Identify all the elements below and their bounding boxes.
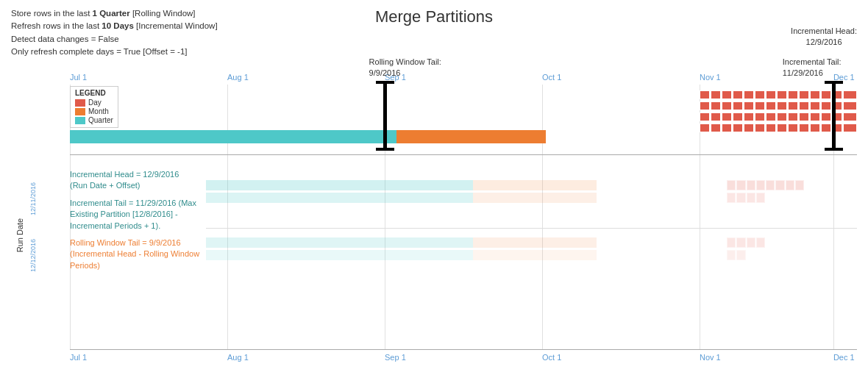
small-day-cell: [747, 180, 755, 190]
day-cell: [733, 124, 743, 132]
day-cell: [810, 90, 820, 99]
day-cell: [700, 90, 710, 99]
bar-month: [396, 130, 546, 143]
small-day-cell: [786, 180, 794, 190]
row1-day-cells: [727, 180, 857, 190]
baseline-bottom: [70, 349, 857, 350]
day-cell: [810, 112, 820, 121]
inc-head-annotation: Incremental Head: 12/9/2016: [791, 26, 857, 49]
day-cell: [744, 90, 754, 99]
day-cell: [711, 101, 721, 110]
info-suffix2: [Incremental Window]: [136, 21, 218, 30]
day-cell: [777, 124, 787, 132]
marker-dec1: [832, 81, 836, 151]
day-cell: [810, 101, 820, 110]
day-cell: [843, 124, 857, 132]
day-cell: [788, 101, 798, 110]
day-cell: [821, 112, 831, 121]
run-date-text: Run Date: [16, 218, 25, 252]
small-day-cell: [727, 237, 736, 248]
row2-day-cells2: [727, 250, 857, 260]
marker-dec1-top: [825, 81, 843, 84]
run-date-section: Run Date 12/11/2016 12/12/2016 Increment…: [11, 169, 857, 301]
day-cell: [722, 90, 732, 99]
chart-area: Jul 1 Aug 1 Sep 1 Oct 1 Nov 1 Dec 1 LEGE…: [11, 70, 857, 365]
day-cell: [700, 112, 710, 121]
info-suffix1: [Rolling Window]: [132, 9, 196, 18]
rolling-tail-annotation: Rolling Window Tail: 9/9/2016: [369, 57, 441, 79]
inc-head-label: Incremental Head:: [791, 26, 857, 37]
axis-bottom-nov: Nov 1: [700, 353, 721, 362]
info-line2: Refresh rows in the last 10 Days [Increm…: [11, 20, 218, 32]
marker-sep1: [383, 81, 387, 151]
day-cell: [722, 112, 732, 121]
day-cell: [788, 124, 798, 132]
small-day-cell: [736, 237, 745, 248]
day-cell: [777, 112, 787, 121]
info-line1: Store rows in the last 1 Quarter [Rollin…: [11, 7, 218, 20]
day-cell: [821, 90, 831, 99]
marker-dec1-bottom: [825, 148, 843, 151]
rolling-tail-date: 9/9/2016: [369, 68, 441, 79]
day-cell: [777, 90, 787, 99]
page-title: Merge Partitions: [375, 7, 493, 26]
axis-bottom-sep: Sep 1: [385, 353, 406, 362]
ann-rolling-tail: Rolling Window Tail = 9/9/2016 (Incremen…: [70, 237, 206, 271]
day-cell: [810, 124, 820, 132]
row1-day-cells2: [727, 193, 857, 203]
small-day-cell: [736, 193, 745, 203]
info-line3: Detect data changes = False: [11, 33, 218, 46]
day-cell: [755, 101, 765, 110]
day-cell: [711, 124, 721, 132]
axis-bottom-aug: Aug 1: [227, 353, 249, 362]
baseline: [70, 154, 857, 155]
row2-month-bar: [473, 237, 597, 248]
small-day-cell: [747, 237, 755, 248]
small-day-cell: [727, 193, 736, 203]
axis-top: Jul 1 Aug 1 Sep 1 Oct 1 Nov 1 Dec 1: [70, 70, 857, 85]
small-day-cell: [756, 237, 765, 248]
day-cell: [744, 112, 754, 121]
day-cell: [722, 124, 732, 132]
day-cell: [711, 112, 721, 121]
bars-section: Incremental Head: 12/9/2016 Rolling Wind…: [70, 85, 857, 154]
small-day-cell: [747, 193, 755, 203]
day-cell: [821, 124, 831, 132]
day-cell: [799, 90, 809, 99]
ann-inc-head: Incremental Head = 12/9/2016(Run Date + …: [70, 169, 206, 192]
top-info: Store rows in the last 1 Quarter [Rollin…: [11, 7, 218, 58]
day-cell: [843, 90, 857, 99]
main-container: Store rows in the last 1 Quarter [Rollin…: [0, 0, 868, 372]
day-cell: [799, 101, 809, 110]
row1-quarter-bar: [206, 180, 473, 190]
axis-bottom-jul: Jul 1: [70, 353, 87, 362]
day-cell: [799, 112, 809, 121]
row-divider: [206, 228, 857, 229]
day-cell: [755, 90, 765, 99]
day-cell: [733, 90, 743, 99]
axis-label-aug: Aug 1: [227, 73, 249, 82]
day-cell: [766, 112, 776, 121]
small-day-cell: [795, 180, 804, 190]
small-day-cell: [775, 180, 784, 190]
row2-month-bar2: [473, 250, 597, 260]
run-date-label: Run Date: [11, 169, 29, 301]
small-day-cell: [756, 193, 765, 203]
run-date-rows: 12/11/2016 12/12/2016 Incremental Head =…: [29, 169, 857, 301]
row2-quarter-bar2: [206, 250, 473, 260]
axis-bottom-oct: Oct 1: [542, 353, 561, 362]
row1-bars: [206, 176, 857, 221]
info-bold2: 10 Days: [102, 21, 133, 30]
day-cell: [821, 101, 831, 110]
day-cell: [843, 112, 857, 121]
small-day-cell: [766, 180, 775, 190]
small-day-cell: [756, 180, 765, 190]
axis-label-jul: Jul 1: [70, 73, 87, 82]
inc-tail-label: Incremental Tail:: [783, 57, 842, 68]
axis-bottom-dec: Dec 1: [833, 353, 855, 362]
day-cell: [843, 101, 857, 110]
day-cell: [799, 124, 809, 132]
row2-bars: [206, 234, 857, 278]
row2-quarter-bar: [206, 237, 473, 248]
day-cell: [766, 101, 776, 110]
